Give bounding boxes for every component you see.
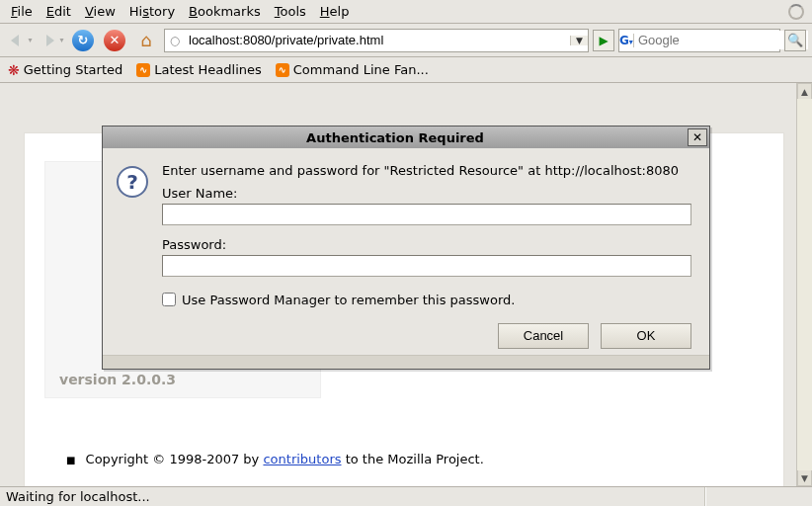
remember-label: Use Password Manager to remember this pa… xyxy=(182,293,515,307)
password-input[interactable] xyxy=(162,255,691,277)
username-label: User Name: xyxy=(162,186,691,201)
remember-checkbox[interactable] xyxy=(162,293,176,306)
close-icon: ✕ xyxy=(692,130,702,144)
dialog-title: Authentication Required xyxy=(103,130,688,145)
modal-layer: Authentication Required ✕ ? Enter userna… xyxy=(0,0,812,506)
dialog-status-strip xyxy=(103,355,709,369)
dialog-message: Enter username and password for "Restric… xyxy=(162,162,691,180)
dialog-titlebar[interactable]: Authentication Required ✕ xyxy=(103,126,709,148)
password-label: Password: xyxy=(162,237,691,252)
question-icon: ? xyxy=(117,166,148,198)
cancel-button[interactable]: Cancel xyxy=(498,323,589,349)
auth-dialog: Authentication Required ✕ ? Enter userna… xyxy=(102,126,710,370)
username-input[interactable] xyxy=(162,204,691,225)
dialog-close-button[interactable]: ✕ xyxy=(688,128,707,146)
ok-button[interactable]: OK xyxy=(601,323,691,349)
